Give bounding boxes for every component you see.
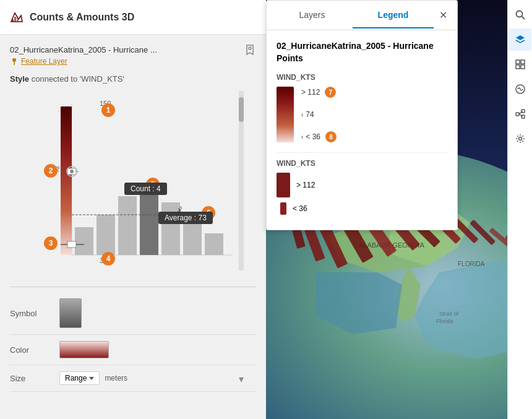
pin-icon [10,57,19,66]
share-icon [515,108,526,119]
svg-rect-11 [118,196,137,255]
svg-point-5 [12,58,16,62]
layer-name-text: 02_HurricaneKatrina_2005 - Hurricane ... [10,45,244,54]
svg-rect-16 [140,187,158,255]
svg-rect-47 [516,60,520,64]
legend-size-section: WIND_KTS > 112 < 36 [277,159,447,215]
feature-layer-label: Feature Layer [21,57,67,66]
svg-point-55 [518,137,521,140]
chart-area: x̄ 150 112 36 30 1 2 3 4 5 [10,91,245,277]
legend-bar-labels: > 112 7 ‹ 74 ‹ < 36 8 [301,87,337,142]
legend-divider [277,152,447,153]
sidebar-toolbar [507,0,532,419]
analysis-button[interactable] [509,78,531,100]
badge-3: 3 [44,236,58,250]
size-bar-large [277,173,290,197]
panel-title: Counts & Amounts 3D [30,12,134,23]
popup-panel: Layers Legend ✕ 02_HurricaneKatrina_2005… [266,0,458,230]
panel-header: Counts & Amounts 3D [0,0,266,35]
legend-label-gt112: > 112 7 [301,87,337,98]
badge-2: 2 [44,164,58,178]
svg-text:Strait of: Strait of [439,311,459,317]
analysis-icon [515,84,526,95]
popup-body: 02_HurricaneKatrina_2005 - Hurricane Poi… [267,30,457,230]
size-select-value: Range [65,374,87,382]
layers-button[interactable] [509,28,531,51]
size-select[interactable]: Range [59,371,100,385]
size-expand-icon[interactable]: ▾ [239,373,244,385]
legend-size-label-large: > 112 [296,181,315,189]
svg-point-4 [249,47,251,50]
panel-body: 02_HurricaneKatrina_2005 - Hurricane ...… [0,35,266,419]
svg-rect-54 [516,113,519,116]
badge-1: 1 [101,103,115,117]
legend-color-bar [277,87,294,142]
size-dropdown-arrow-icon [89,377,94,380]
svg-rect-48 [521,60,525,64]
legend-layer-name: 02_HurricaneKatrina_2005 - Hurricane Poi… [277,40,447,64]
symbol-row: Symbol [10,292,256,335]
svg-text:Florida: Florida [436,318,453,324]
legend-label-74: ‹ 74 [301,110,337,119]
color-preview[interactable] [59,341,109,358]
size-row: Size Range meters ▾ [10,365,256,392]
symbol-preview[interactable] [59,298,82,328]
color-row: Color [10,335,256,365]
svg-point-25 [70,170,74,173]
svg-rect-52 [521,110,525,113]
badge-7: 7 [325,87,336,98]
feature-layer-link[interactable]: Feature Layer [10,57,256,66]
svg-rect-10 [97,215,115,255]
basemap-button[interactable] [509,53,531,76]
svg-rect-2 [14,17,16,22]
size-select-wrap: Range meters [59,371,127,385]
legend-label-lt36: ‹ < 36 8 [301,131,337,142]
color-label: Color [10,345,59,355]
badge-4: 4 [101,252,115,266]
legend-size-item-large: > 112 [277,173,447,197]
basemap-icon [515,59,526,70]
svg-line-45 [521,17,525,20]
symbol-label: Symbol [10,309,59,318]
tooltip-count: Count : 4 [124,183,167,195]
legend-label-74-text: 74 [306,110,314,119]
svg-rect-1 [12,19,14,22]
popup-tabs: Layers Legend ✕ [267,1,457,30]
divider-1 [10,287,256,287]
search-button[interactable] [509,4,531,26]
right-side: ALABAMA GEORGIA FLORIDA Strait of Florid… [266,0,532,419]
svg-rect-8 [61,106,72,255]
svg-rect-50 [521,65,525,69]
style-text: Style [10,74,29,84]
close-button[interactable]: ✕ [434,6,452,25]
size-label: Size [10,374,59,383]
legend-size-item-small: < 36 [277,202,447,215]
badge-8: 8 [325,131,337,142]
settings-icon [515,133,526,144]
svg-point-44 [516,11,522,17]
tooltip-average: Average : 73 [158,212,213,224]
settings-button[interactable] [509,127,531,150]
size-unit: meters [105,374,127,382]
svg-text:FLORIDA: FLORIDA [458,261,485,267]
tab-layers[interactable]: Layers [272,2,353,28]
legend-arrow-74: ‹ [301,111,303,118]
legend-color-title: WIND_KTS [277,73,447,82]
counts-amounts-icon [10,11,24,24]
svg-rect-3 [17,18,19,22]
tab-legend[interactable]: Legend [353,2,434,28]
bookmark-icon[interactable] [244,43,256,56]
svg-rect-49 [516,65,520,69]
style-label: Style connected to 'WIND_KTS' [10,74,256,84]
legend-size-title: WIND_KTS [277,159,447,168]
layer-name-row: 02_HurricaneKatrina_2005 - Hurricane ... [10,43,256,56]
legend-label-gt112-text: > 112 [301,88,320,97]
svg-rect-53 [521,115,525,118]
size-bar-small [280,202,286,215]
style-connected: connected to 'WIND_KTS' [32,74,124,84]
legend-label-lt36-text: < 36 [306,132,320,141]
layers-icon [515,34,526,45]
legend-size-label-small: < 36 [293,204,307,213]
svg-rect-15 [205,233,223,255]
share-button[interactable] [509,103,531,125]
